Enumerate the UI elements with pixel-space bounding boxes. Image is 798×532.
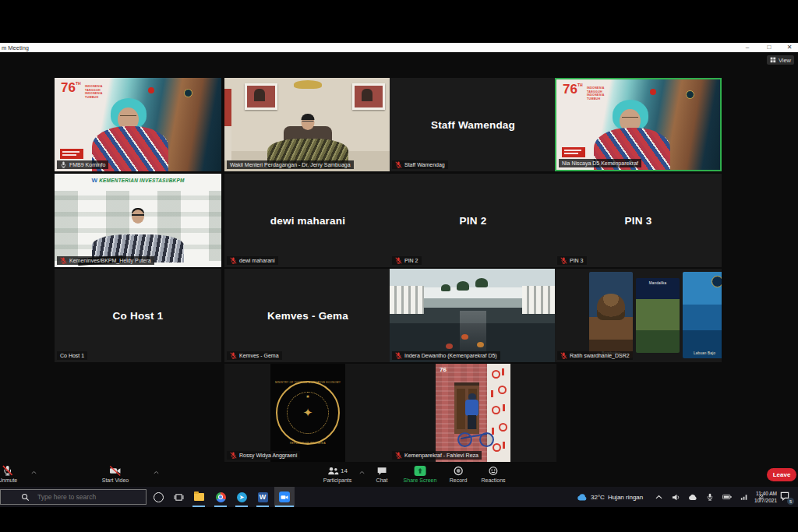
virtual-background-76: 76 TH INDONESIATANGGUH INDONESIATUMBUH bbox=[556, 79, 720, 170]
close-button[interactable]: ✕ bbox=[784, 44, 795, 51]
mic-muted-icon bbox=[230, 257, 237, 264]
microphone-tray-icon[interactable] bbox=[701, 493, 719, 501]
weather-temperature: 32°C bbox=[591, 494, 605, 501]
mic-muted-icon bbox=[230, 452, 237, 459]
maximize-button[interactable]: □ bbox=[764, 44, 775, 51]
seal-bottom-text: REPUBLIC OF INDONESIA bbox=[270, 442, 345, 445]
taskbar-search-box[interactable] bbox=[0, 489, 147, 505]
weather-condition: Hujan ringan bbox=[608, 494, 643, 501]
open-app-indicator bbox=[192, 506, 205, 507]
participant-tile[interactable]: 76 TH INDONESIATANGGUH INDONESIATUMBUH F… bbox=[55, 78, 221, 171]
participant-tile-active-speaker[interactable]: 76 TH INDONESIATANGGUH INDONESIATUMBUH N… bbox=[555, 78, 722, 171]
red-caption-box bbox=[60, 149, 83, 159]
participant-name-label: Ratih swardhanie_DSR2 bbox=[557, 351, 633, 360]
badge-76: 76 bbox=[61, 82, 76, 93]
participant-name-label: dewi maharani bbox=[227, 256, 278, 265]
chrome-button[interactable] bbox=[210, 487, 231, 507]
ministry-seal-image: MINISTRY OF TOURISM & CREATIVE ECONOMY ★… bbox=[270, 364, 345, 462]
participant-tile[interactable]: PIN 2 PIN 2 bbox=[390, 174, 556, 267]
leave-button[interactable]: Leave bbox=[767, 468, 796, 481]
search-icon bbox=[21, 493, 30, 502]
office-background bbox=[224, 78, 391, 171]
palm-tree bbox=[457, 281, 469, 291]
cyclist-photo: 76 bbox=[436, 364, 510, 462]
participant-tile[interactable]: Co Host 1 Co Host 1 bbox=[55, 269, 221, 362]
action-center-button[interactable]: 5 bbox=[779, 491, 792, 503]
colonnade-left bbox=[390, 286, 424, 314]
badge-th: TH bbox=[577, 83, 583, 87]
pattern-glyph bbox=[498, 386, 507, 394]
borobudur-stupa bbox=[597, 294, 625, 320]
participant-tile[interactable]: Wakil Menteri Perdagangan - Dr. Jerry Sa… bbox=[224, 78, 391, 171]
participant-tile[interactable]: Kemves - Gema Kemves - Gema bbox=[224, 269, 391, 362]
participant-tile[interactable]: Staff Wamendag Staff Wamendag bbox=[390, 78, 556, 171]
participant-name-label: Co Host 1 bbox=[57, 351, 87, 360]
windows-taskbar: ➤ W 32°C Hujan ringan 11:40 AM 10/7/2021… bbox=[0, 487, 798, 507]
share-screen-button[interactable]: Share Screen bbox=[404, 465, 437, 483]
logo-emblem bbox=[686, 90, 694, 99]
volume-icon[interactable] bbox=[667, 493, 684, 502]
weather-widget[interactable]: 32°C Hujan ringan bbox=[577, 487, 643, 507]
logo-garuda bbox=[650, 89, 656, 95]
pattern-glyph bbox=[493, 443, 501, 452]
telegram-button[interactable]: ➤ bbox=[231, 487, 252, 507]
task-view-icon bbox=[174, 493, 184, 502]
participant-tile[interactable]: Borobudur Mandalika Labuan Bajo Ratih sw… bbox=[555, 269, 722, 362]
bicycle-wheel bbox=[479, 432, 494, 447]
participants-button[interactable]: 14 Participants bbox=[323, 465, 352, 483]
portrait-frame-right bbox=[352, 83, 385, 110]
chat-button[interactable]: Chat bbox=[376, 465, 388, 483]
participant-display-name: Co Host 1 bbox=[55, 269, 221, 362]
zoom-meeting-window: View 76 TH INDONESIATANGGUH INDONESIATUM… bbox=[0, 52, 798, 487]
word-button[interactable]: W bbox=[252, 487, 273, 507]
view-button[interactable]: View bbox=[767, 55, 794, 65]
floating-lantern bbox=[446, 344, 453, 349]
onedrive-cloud-icon[interactable] bbox=[684, 494, 701, 501]
destinations-collage: Borobudur Mandalika Labuan Bajo bbox=[555, 269, 722, 362]
unmute-button[interactable]: Unmute bbox=[0, 465, 17, 483]
floating-lantern bbox=[461, 334, 468, 340]
participant-tile[interactable]: Indera Dewantho (Kemenparekraf D5) bbox=[390, 269, 556, 362]
taskbar-clock[interactable]: 11:40 AM 10/7/2021 bbox=[746, 490, 777, 504]
mic-muted-icon bbox=[395, 452, 402, 459]
bicycle-wheel bbox=[457, 432, 472, 447]
logo-emblem bbox=[184, 89, 192, 97]
pattern-glyph bbox=[491, 390, 493, 397]
record-button[interactable]: Record bbox=[450, 465, 468, 483]
participants-options-caret[interactable] bbox=[359, 470, 365, 474]
hidden-icons-chevron[interactable] bbox=[650, 495, 667, 499]
window-title-bar: m Meeting – □ ✕ bbox=[0, 43, 798, 52]
participants-count: 14 bbox=[341, 467, 348, 474]
participant-tile[interactable]: PIN 3 PIN 3 bbox=[555, 174, 722, 267]
participant-name-label: PIN 2 bbox=[392, 256, 422, 265]
mic-muted-icon bbox=[395, 161, 402, 168]
zoom-icon bbox=[279, 491, 290, 502]
task-view-button[interactable] bbox=[168, 487, 189, 507]
participant-name-label: FMB9 Kominfo bbox=[57, 160, 108, 169]
battery-icon[interactable] bbox=[719, 494, 736, 500]
file-explorer-button[interactable] bbox=[189, 487, 209, 507]
time: 11:40 AM bbox=[746, 490, 777, 497]
garuda-wall-emblem bbox=[294, 80, 322, 89]
palm-tree bbox=[475, 278, 488, 287]
meeting-toolbar: Unmute Start Video 14 Participants Chat … bbox=[0, 462, 798, 487]
zoom-app-button[interactable] bbox=[274, 487, 295, 507]
participant-tile[interactable]: MINISTRY OF TOURISM & CREATIVE ECONOMY ★… bbox=[224, 364, 391, 462]
camera-off-icon bbox=[109, 466, 122, 476]
video-options-caret[interactable] bbox=[154, 470, 159, 474]
participant-tile[interactable]: 76 Kemenparekraf - Fahlevi Reza bbox=[390, 364, 556, 462]
audio-options-caret[interactable] bbox=[31, 470, 37, 474]
search-input[interactable] bbox=[36, 492, 140, 502]
person-glasses bbox=[622, 117, 638, 122]
reactions-button[interactable]: Reactions bbox=[481, 465, 505, 483]
participant-tile[interactable]: W KEMENTERIAN INVESTASI/BKPM Kemeninves/… bbox=[55, 174, 221, 267]
participant-tile[interactable]: dewi maharani dewi maharani bbox=[224, 174, 391, 267]
minimize-button[interactable]: – bbox=[742, 44, 753, 51]
virtual-background-76: 76 TH INDONESIATANGGUH INDONESIATUMBUH bbox=[55, 78, 221, 171]
person-glasses bbox=[120, 115, 136, 120]
start-video-button[interactable]: Start Video bbox=[102, 465, 129, 483]
cortana-button[interactable] bbox=[148, 487, 168, 507]
participant-name-label: Nia Niscaya D5 Kemenparekraf bbox=[559, 159, 641, 167]
date: 10/7/2021 bbox=[746, 497, 777, 504]
participant-display-name: Staff Wamendag bbox=[390, 78, 556, 171]
